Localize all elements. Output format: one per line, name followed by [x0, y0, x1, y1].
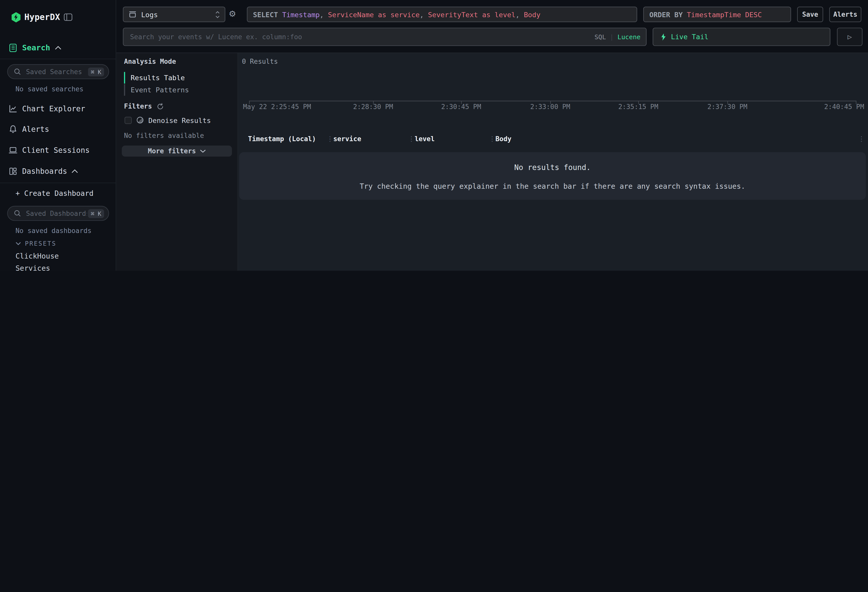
preset-services[interactable]: Services [15, 264, 50, 270]
alerts-button[interactable]: Alerts [829, 7, 861, 22]
live-tail-button[interactable]: Live Tail [652, 28, 830, 46]
column-header-body[interactable]: Body [496, 135, 511, 143]
column-header-service[interactable]: service [333, 135, 362, 143]
lightning-bolt-icon [661, 33, 666, 41]
separator: , [419, 10, 428, 18]
no-saved-dashboards-text: No saved dashboards [15, 227, 92, 235]
select-col-level: SeverityText as level [428, 10, 515, 18]
shortcut-badge: ⌘ K [88, 209, 104, 218]
event-search-bar[interactable]: SQL | Lucene [123, 28, 647, 46]
orderby-input[interactable]: ORDER BY TimestampTime DESC [643, 7, 791, 22]
sidebar-item-search[interactable]: Search [0, 40, 72, 55]
mode-rail-active [124, 72, 125, 84]
search-icon [14, 210, 21, 217]
filters-header: Filters [124, 102, 152, 110]
analysis-mode-header: Analysis Mode [124, 58, 176, 65]
axis-label: 2:33:00 PM [530, 103, 570, 111]
mode-results-table[interactable]: Results Table [131, 74, 185, 82]
column-header-level[interactable]: level [415, 135, 434, 143]
select-query-input[interactable]: SELECT Timestamp, ServiceName as service… [247, 7, 637, 22]
table-options-icon[interactable]: ⋮ [858, 134, 865, 143]
axis-label: 2:30:45 PM [441, 103, 481, 111]
denoise-icon [136, 116, 144, 124]
refresh-icon[interactable] [156, 103, 164, 110]
orderby-expression: TimestampTime DESC [687, 10, 762, 18]
lang-divider: | [606, 33, 617, 41]
search-icon [14, 68, 21, 75]
select-col-timestamp: Timestamp [282, 10, 320, 18]
separator: , [515, 10, 524, 18]
more-filters-label: More filters [148, 147, 196, 155]
chevron-down-icon [15, 242, 21, 245]
saved-searches-input[interactable] [25, 67, 88, 76]
shortcut-badge: ⌘ K [88, 67, 104, 76]
lang-lucene-toggle[interactable]: Lucene [617, 33, 641, 41]
axis-label: 2:40:45 PM [824, 103, 864, 111]
column-drag-handle[interactable]: ⋮ [327, 134, 333, 143]
topbar: Logs ⚙ SELECT Timestamp, ServiceName as … [116, 0, 868, 53]
sidebar-item-label: Chart Explorer [22, 104, 85, 113]
filters-panel: Analysis Mode Results Table Event Patter… [116, 53, 238, 271]
denoise-checkbox[interactable] [124, 117, 131, 124]
save-button[interactable]: Save [797, 7, 823, 22]
sidebar-item-label: Dashboards [22, 167, 67, 175]
separator: , [320, 10, 328, 18]
column-header-timestamp[interactable]: Timestamp (Local) [248, 135, 316, 143]
axis-label: 2:28:30 PM [353, 103, 393, 111]
no-filters-text: No filters available [124, 132, 204, 140]
hyperdx-app: HyperDX Search ⌘ K No saved searches [0, 0, 868, 271]
results-area: 0 Results May 22 2:25:45 PM 2:28:30 PM 2… [238, 53, 868, 271]
denoise-label: Denoise Results [148, 116, 211, 124]
lang-sql-toggle[interactable]: SQL [595, 33, 606, 41]
brand-title: HyperDX [24, 12, 60, 22]
select-col-body: Body [524, 10, 540, 18]
chevron-up-icon [55, 46, 61, 49]
chevron-up-icon [72, 169, 78, 173]
presets-label: PRESETS [25, 240, 56, 247]
time-axis [249, 101, 856, 101]
mode-rail-inactive [124, 84, 125, 96]
sidebar-collapse-icon[interactable] [63, 13, 72, 21]
live-tail-label: Live Tail [671, 32, 708, 41]
saved-searches-search[interactable]: ⌘ K [7, 64, 109, 79]
source-select-value: Logs [141, 10, 158, 18]
archive-box-icon [128, 10, 137, 18]
column-drag-handle[interactable]: ⋮ [408, 134, 415, 143]
empty-state-hint: Try checking the query explainer in the … [239, 182, 866, 190]
sidebar: HyperDX Search ⌘ K No saved searches [0, 0, 116, 271]
source-select[interactable]: Logs [123, 7, 226, 22]
axis-label: 2:37:30 PM [707, 103, 747, 111]
saved-dashboards-search[interactable]: ⌘ K [7, 206, 109, 221]
divider [0, 183, 116, 183]
empty-results-panel: No results found. Try checking the query… [239, 152, 866, 200]
presets-toggle[interactable]: PRESETS [15, 239, 56, 247]
event-search-input[interactable] [129, 32, 595, 41]
preset-clickhouse[interactable]: ClickHouse [15, 252, 59, 260]
sidebar-item-label: Search [22, 43, 50, 52]
laptop-icon [8, 145, 18, 155]
column-drag-handle[interactable]: ⋮ [489, 134, 496, 143]
sidebar-item-label: Alerts [22, 124, 49, 133]
axis-label: May 22 2:25:45 PM [243, 103, 311, 111]
saved-dashboards-input[interactable] [25, 209, 88, 218]
source-settings-gear-icon[interactable]: ⚙ [229, 9, 236, 19]
sidebar-item-dashboards[interactable]: Dashboards [0, 164, 89, 179]
axis-label: 2:35:15 PM [618, 103, 658, 111]
sidebar-item-label: Client Sessions [22, 145, 90, 154]
select-updown-icon [216, 11, 220, 18]
chevron-down-icon [200, 149, 206, 153]
more-filters-button[interactable]: More filters [122, 145, 232, 156]
run-query-button[interactable]: ▷ [837, 28, 863, 46]
sidebar-item-alerts[interactable]: Alerts [0, 122, 49, 136]
create-dashboard-button[interactable]: + Create Dashboard [15, 189, 93, 197]
sidebar-item-client-sessions[interactable]: Client Sessions [0, 143, 90, 157]
sidebar-item-chart-explorer[interactable]: Chart Explorer [0, 101, 85, 116]
denoise-results-option[interactable]: Denoise Results [124, 113, 211, 127]
orderby-keyword: ORDER BY [650, 10, 687, 18]
select-keyword: SELECT [253, 10, 282, 18]
bell-icon [8, 124, 18, 134]
mode-event-patterns[interactable]: Event Patterns [131, 86, 189, 94]
no-saved-searches-text: No saved searches [15, 85, 84, 93]
dashboards-icon [8, 166, 18, 176]
chart-icon [8, 104, 18, 113]
